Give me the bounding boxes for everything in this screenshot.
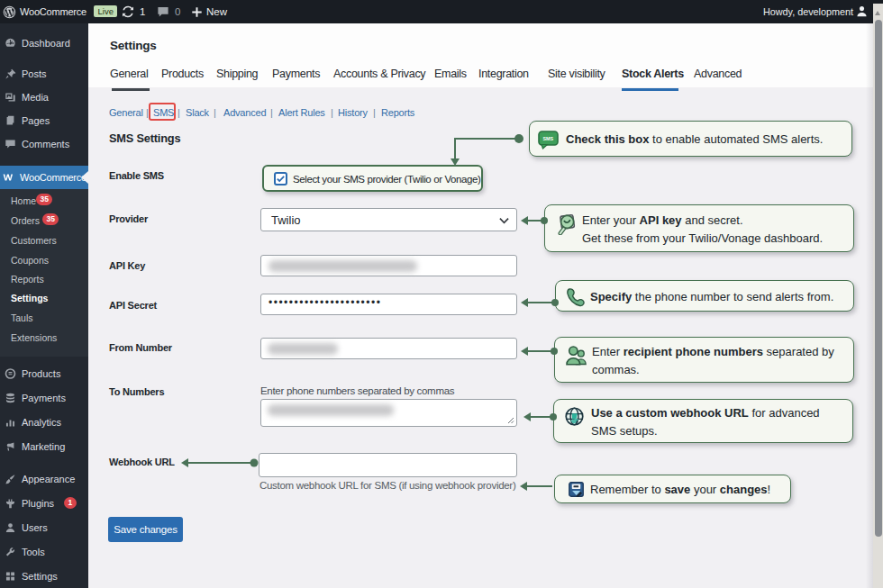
- svg-text:SMS: SMS: [542, 136, 553, 141]
